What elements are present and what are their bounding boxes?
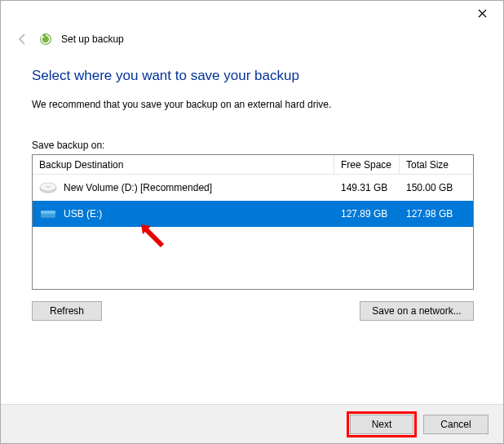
row-total-size: 150.00 GB xyxy=(400,182,473,193)
backup-destination-table: Backup Destination Free Space Total Size… xyxy=(32,154,474,290)
table-row[interactable]: New Volume (D:) [Recommended] 149.31 GB … xyxy=(33,175,473,201)
row-destination-name: USB (E:) xyxy=(64,208,102,220)
back-arrow-icon[interactable] xyxy=(15,32,30,47)
next-button[interactable]: Next xyxy=(350,415,413,434)
page-heading: Select where you want to save your backu… xyxy=(32,68,472,84)
row-free-space: 127.89 GB xyxy=(334,208,400,220)
cancel-button[interactable]: Cancel xyxy=(423,415,489,434)
row-total-size: 127.98 GB xyxy=(400,208,473,220)
next-button-highlight: Next xyxy=(347,411,417,437)
row-destination-name: New Volume (D:) [Recommended] xyxy=(64,182,212,193)
column-header-destination[interactable]: Backup Destination xyxy=(33,155,334,174)
hdd-drive-icon xyxy=(39,180,57,195)
column-header-free-space[interactable]: Free Space xyxy=(334,155,400,174)
backup-icon xyxy=(38,32,53,47)
recommendation-text: We recommend that you save your backup o… xyxy=(32,99,472,110)
table-header: Backup Destination Free Space Total Size xyxy=(33,155,473,175)
table-row[interactable]: USB (E:) 127.89 GB 127.98 GB xyxy=(33,201,473,227)
column-header-total-size[interactable]: Total Size xyxy=(400,155,473,174)
save-on-network-button[interactable]: Save on a network... xyxy=(360,301,474,321)
footer-bar: Next Cancel xyxy=(1,404,503,443)
refresh-button[interactable]: Refresh xyxy=(32,301,102,321)
row-free-space: 149.31 GB xyxy=(334,182,400,193)
usb-drive-icon xyxy=(39,206,57,221)
close-button[interactable] xyxy=(466,2,498,24)
save-backup-label: Save backup on: xyxy=(32,140,472,151)
svg-rect-5 xyxy=(41,211,55,214)
svg-point-3 xyxy=(46,186,51,189)
window-title: Set up backup xyxy=(61,33,124,45)
